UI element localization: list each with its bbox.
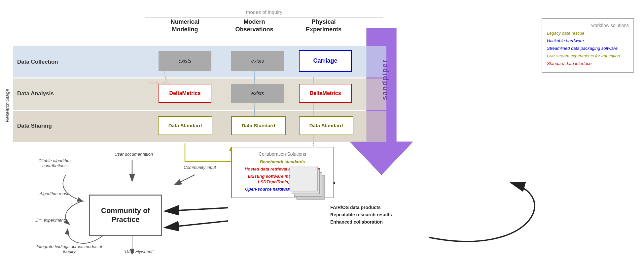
- box-deltametrics-numerical: DeltaMetrics: [159, 84, 211, 103]
- collaboration-title: Collaboration Solutions: [236, 151, 328, 157]
- float-text-integrate: Integrate findings across modes of inqui…: [33, 244, 106, 254]
- fairos-block: FAIR/OS data products Repeatable researc…: [330, 204, 416, 227]
- col-header-observations: Modern Observations: [218, 18, 291, 34]
- box-datastandard-observations: Data Standard: [231, 116, 286, 135]
- row-label-data-analysis: Data Analysis: [17, 90, 54, 97]
- community-of-practice-box: Community of Practice: [89, 195, 162, 236]
- fairos-line2: Repeatable research results: [330, 212, 416, 218]
- float-text-algorithm-reuse: Algorithm reuse: [30, 191, 79, 196]
- workflow-item-2: Hackable hardware: [547, 38, 629, 44]
- workflow-item-1: Legacy data rescue: [547, 31, 629, 36]
- workflow-item-5: Standard data interface: [547, 61, 629, 67]
- float-text-community-input: Community input: [175, 165, 225, 170]
- fairos-line1: FAIR/OS data products: [330, 204, 416, 210]
- col-header-numerical: Numerical Modeling: [152, 18, 218, 34]
- box-datastandard-numerical: Data Standard: [158, 116, 212, 135]
- modes-of-inquiry-label: modes of inquiry: [145, 9, 383, 15]
- workflow-item-4: Live-stream experiments for education: [547, 53, 629, 59]
- box-exists-observations-dc: exists: [231, 51, 284, 71]
- svg-line-9: [166, 221, 228, 228]
- svg-line-8: [166, 208, 228, 211]
- fairos-line3: Enhanced collaboration: [330, 219, 416, 225]
- box-deltametrics-physical: DeltaMetrics: [299, 84, 352, 103]
- row-label-data-collection: Data Collection: [17, 59, 58, 65]
- col-header-physical: Physical Experiments: [291, 18, 357, 34]
- diagram-container: feedback modes of inquiry: [0, 0, 644, 277]
- box-datastandard-physical: Data Standard: [299, 116, 353, 135]
- box-carriage: Carriage: [299, 50, 352, 72]
- workflow-solutions-box: workflow solutions Legacy data rescue Ha…: [542, 18, 634, 73]
- stacked-pages-icon: [287, 165, 330, 203]
- workflow-item-3: Streamlined data packaging software: [547, 46, 629, 51]
- float-text-citable: Citable algorithm contributions: [26, 158, 83, 168]
- sandpiper-label: sandpiper: [370, 59, 400, 101]
- float-text-data-flywheel: "Data Flywheel": [112, 249, 165, 254]
- collab-item-1: Benchmark standards: [236, 159, 328, 165]
- research-stage-label: Research Stage: [3, 51, 12, 160]
- float-text-user-docs: User documentation: [112, 152, 155, 157]
- svg-rect-18: [290, 167, 318, 191]
- float-text-diy: DIY experiments: [26, 218, 76, 223]
- box-exists-numerical-dc: exists: [159, 51, 211, 71]
- box-exists-observations-da: exists: [231, 84, 284, 103]
- svg-line-13: [175, 175, 195, 185]
- workflow-title: workflow solutions: [547, 23, 629, 28]
- row-label-data-sharing: Data Sharing: [17, 123, 52, 129]
- cop-label: Community of Practice: [101, 206, 150, 224]
